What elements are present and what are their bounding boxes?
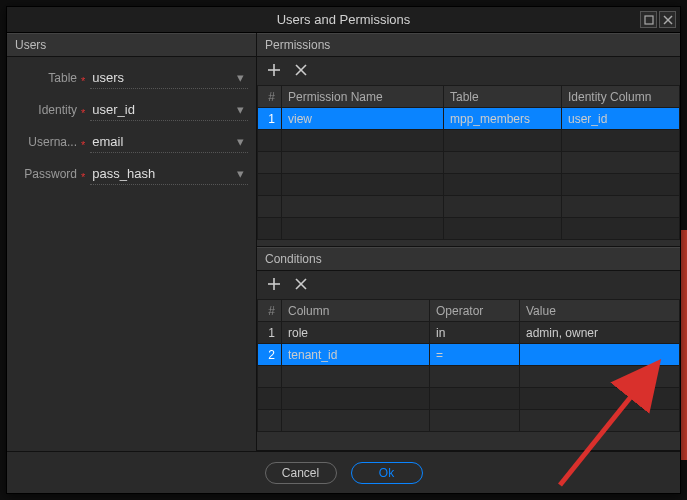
plus-icon: [267, 277, 281, 291]
svg-rect-0: [645, 16, 653, 24]
table-value: users: [92, 70, 124, 85]
permissions-panel: Permissions # Permi: [257, 33, 680, 247]
cancel-button[interactable]: Cancel: [265, 462, 337, 484]
table-row[interactable]: 1 role in admin, owner: [258, 322, 680, 344]
table-row[interactable]: 1 view mpp_members user_id: [258, 108, 680, 130]
col-value[interactable]: Value: [520, 300, 680, 322]
permissions-grid[interactable]: # Permission Name Table Identity Column …: [257, 85, 680, 246]
cell-column[interactable]: tenant_id: [282, 344, 430, 366]
remove-permission-button[interactable]: [295, 63, 307, 79]
conditions-header: Conditions: [257, 247, 680, 271]
close-button[interactable]: [659, 11, 676, 28]
password-value: pass_hash: [92, 166, 155, 181]
col-table[interactable]: Table: [444, 86, 562, 108]
identity-dropdown[interactable]: user_id ▾: [90, 99, 248, 121]
row-num: 1: [258, 108, 282, 130]
ok-button[interactable]: Ok: [351, 462, 423, 484]
cell-value[interactable]: admin, owner: [520, 322, 680, 344]
required-star: *: [81, 139, 85, 151]
permissions-header: Permissions: [257, 33, 680, 57]
row-num: 1: [258, 322, 282, 344]
table-label: Table: [15, 71, 77, 85]
cell-identity[interactable]: user_id: [562, 108, 680, 130]
add-condition-button[interactable]: [267, 277, 281, 294]
chevron-down-icon: ▾: [237, 166, 244, 181]
password-dropdown[interactable]: pass_hash ▾: [90, 163, 248, 185]
cell-column[interactable]: role: [282, 322, 430, 344]
x-icon: [295, 278, 307, 290]
close-icon: [663, 15, 673, 25]
identity-label: Identity: [15, 103, 77, 117]
add-permission-button[interactable]: [267, 63, 281, 80]
users-header: Users: [7, 33, 256, 57]
username-dropdown[interactable]: email ▾: [90, 131, 248, 153]
users-panel: Users Table * users ▾ Identity * user_id…: [7, 33, 257, 451]
cell-operator[interactable]: =: [430, 344, 520, 366]
plus-icon: [267, 63, 281, 77]
col-num[interactable]: #: [258, 86, 282, 108]
username-value: email: [92, 134, 123, 149]
cell-value[interactable]: [520, 344, 680, 366]
conditions-grid[interactable]: # Column Operator Value 1 role in: [257, 299, 680, 450]
conditions-panel: Conditions # Column: [257, 247, 680, 451]
cell-operator[interactable]: in: [430, 322, 520, 344]
col-permission-name[interactable]: Permission Name: [282, 86, 444, 108]
col-identity[interactable]: Identity Column: [562, 86, 680, 108]
col-column[interactable]: Column: [282, 300, 430, 322]
dialog-window: Users and Permissions Users Table * user…: [6, 6, 681, 494]
x-icon: [295, 64, 307, 76]
chevron-down-icon: ▾: [237, 102, 244, 117]
chevron-down-icon: ▾: [237, 70, 244, 85]
titlebar: Users and Permissions: [7, 7, 680, 33]
username-label: Userna...: [15, 135, 77, 149]
table-dropdown[interactable]: users ▾: [90, 67, 248, 89]
cell-name[interactable]: view: [282, 108, 444, 130]
row-num: 2: [258, 344, 282, 366]
col-operator[interactable]: Operator: [430, 300, 520, 322]
cell-table[interactable]: mpp_members: [444, 108, 562, 130]
remove-condition-button[interactable]: [295, 277, 307, 293]
dialog-footer: Cancel Ok: [7, 451, 680, 493]
window-title: Users and Permissions: [277, 12, 411, 27]
identity-value: user_id: [92, 102, 135, 117]
maximize-button[interactable]: [640, 11, 657, 28]
required-star: *: [81, 75, 85, 87]
table-row[interactable]: 2 tenant_id =: [258, 344, 680, 366]
password-label: Password: [15, 167, 77, 181]
maximize-icon: [644, 15, 654, 25]
required-star: *: [81, 171, 85, 183]
chevron-down-icon: ▾: [237, 134, 244, 149]
required-star: *: [81, 107, 85, 119]
col-num[interactable]: #: [258, 300, 282, 322]
